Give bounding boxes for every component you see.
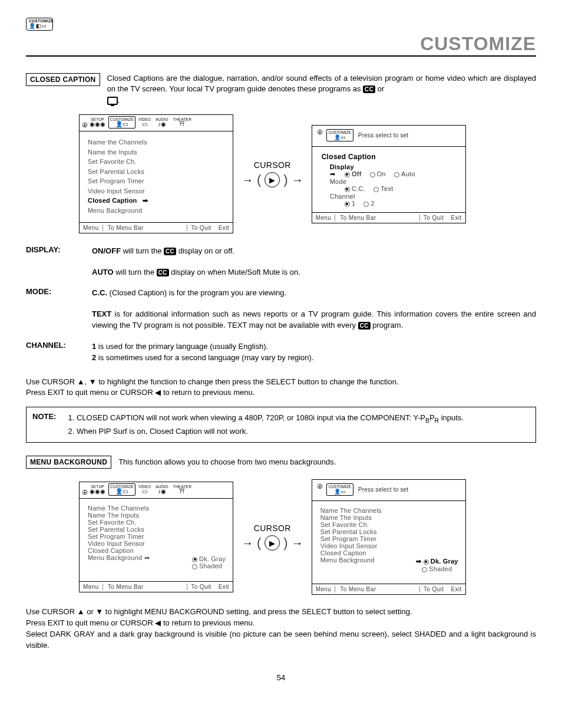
nav-dot-icon: ⦿ xyxy=(82,122,87,129)
menu-item[interactable]: Set Parental Locks xyxy=(88,167,224,177)
cc-intro-text-b: or xyxy=(378,84,385,93)
cc-intro-text-c: . xyxy=(118,95,120,104)
menu-item[interactable]: Set Program Timer xyxy=(88,176,224,186)
menu-item[interactable]: Set Favorite Ch. xyxy=(88,157,224,167)
menu-item[interactable]: Name the Channels xyxy=(88,137,224,147)
cc-icon: CC xyxy=(164,248,176,255)
nav-dot-icon: ⦿ xyxy=(82,489,87,496)
footer-exit[interactable]: Exit xyxy=(215,584,229,590)
footer-to-menu-bar: To Menu Bar xyxy=(335,586,419,592)
tab-theater[interactable]: THEATER⛩ xyxy=(171,483,193,496)
footer-menu[interactable]: Menu xyxy=(316,215,336,221)
footer-menu[interactable]: Menu xyxy=(83,225,103,231)
menu-panel-body: Name the Channels Name the Inputs Set Fa… xyxy=(80,131,233,222)
menu-item[interactable]: Name the Inputs xyxy=(88,147,224,157)
tab-setup[interactable]: SETUP◉◉◉ xyxy=(88,116,107,129)
menu-item[interactable]: Video Input Sensor xyxy=(88,540,226,547)
def-mode-label: MODE: xyxy=(26,287,92,299)
footer-exit[interactable]: Exit xyxy=(447,215,461,221)
menu-item[interactable]: Name The Channels xyxy=(88,505,226,512)
arrow-right-icon: → xyxy=(292,173,303,187)
tab-setup[interactable]: SETUP◉◉◉ xyxy=(88,483,107,496)
footer-to-quit: To Quit xyxy=(187,225,214,231)
def-display-onoff: ON/OFF will turn the CC display on or of… xyxy=(92,245,536,257)
menu-panel-footer: Menu To Menu Bar To Quit Exit xyxy=(80,581,233,592)
cursor-indicator: CURSOR → ( ▶ ) → xyxy=(242,523,303,551)
option-dk-gray[interactable]: Dk. Gray xyxy=(192,555,226,562)
menu-item[interactable]: Set Favorite Ch. xyxy=(320,521,458,528)
menu-panel-footer: Menu To Menu Bar To Quit Exit xyxy=(312,584,465,594)
option-channel-2[interactable]: 2 xyxy=(363,200,374,207)
cursor-indicator: CURSOR → ( ▶ ) → xyxy=(242,160,303,187)
footer-to-quit: To Quit xyxy=(419,215,447,221)
option-auto[interactable]: Auto xyxy=(394,170,415,177)
footer-exit[interactable]: Exit xyxy=(215,225,229,231)
option-cc[interactable]: C.C. xyxy=(345,185,365,192)
menu-item[interactable]: Set Program Timer xyxy=(88,533,226,540)
menu-item[interactable]: Closed Caption xyxy=(88,547,226,554)
menu-item[interactable]: Menu Background xyxy=(88,206,224,216)
panel-header: ⦿ CUSTOMIZE👤▭ Press select to set xyxy=(312,480,465,501)
footer-to-quit: To Quit xyxy=(187,584,214,590)
cc-mode-options: ➡ C.C. Text xyxy=(322,185,456,193)
menu-item[interactable]: Closed Caption xyxy=(320,549,458,556)
cc-icon: CC xyxy=(358,322,371,330)
menu-item[interactable]: Set Favorite Ch. xyxy=(88,519,226,526)
menu-item[interactable]: Video Input Sensor xyxy=(88,186,224,196)
menu-item[interactable]: Set Parental Locks xyxy=(320,528,458,535)
footer-exit[interactable]: Exit xyxy=(447,586,461,592)
tab-customize[interactable]: CUSTOMIZE👤▭ xyxy=(326,483,353,496)
page-title: CUSTOMIZE xyxy=(26,33,536,57)
cc-display-label: Display xyxy=(322,163,456,170)
cc-intro-text-a: Closed Captions are the dialogue, narrat… xyxy=(107,74,536,94)
option-off[interactable]: Off xyxy=(345,170,362,177)
menu-panel-body: Name The Channels Name The Inputs Set Fa… xyxy=(312,501,465,584)
menu-item[interactable]: Name The Inputs xyxy=(88,512,226,519)
def-display-label: DISPLAY: xyxy=(26,245,92,257)
option-text[interactable]: Text xyxy=(373,185,393,192)
footer-to-menu-bar: To Menu Bar xyxy=(103,225,187,231)
cc-mode-label: Mode xyxy=(322,178,456,185)
menu-item[interactable]: Video Input Sensor xyxy=(320,542,458,549)
menu-item-selected[interactable]: Closed Caption ➡ xyxy=(88,196,224,206)
menu-item[interactable]: Set Parental Locks xyxy=(88,526,226,533)
tab-theater[interactable]: THEATER⛩ xyxy=(171,116,193,129)
menu-item[interactable]: Name The Inputs xyxy=(320,514,458,521)
tab-customize[interactable]: CUSTOMIZE👤▭ xyxy=(326,129,353,141)
footer-to-quit: To Quit xyxy=(419,586,447,592)
menu-background-panel: ⦿ CUSTOMIZE👤▭ Press select to set Name T… xyxy=(312,479,466,595)
option-on[interactable]: On xyxy=(370,170,386,177)
tab-customize[interactable]: CUSTOMIZE👤▭ xyxy=(108,483,135,496)
tab-audio[interactable]: AUDIO♪◉ xyxy=(154,116,170,129)
note-body: 1. CLOSED CAPTION will not work when vie… xyxy=(68,412,530,437)
closed-caption-heading: CLOSED CAPTION xyxy=(26,73,100,86)
panel-hint: Press select to set xyxy=(358,486,409,493)
instructions-cc: Use CURSOR ▲, ▼ to highlight the functio… xyxy=(26,377,536,399)
arrow-right-icon: → xyxy=(242,536,253,550)
def-channel-body: 1 is used for the primary language (usua… xyxy=(92,341,536,364)
pointer-icon: ➡ xyxy=(330,170,335,178)
header-badge: CUSTOMIZE 👤◧▭ xyxy=(26,18,53,31)
option-dk-gray[interactable]: ➡ Dk. Gray xyxy=(416,558,458,565)
tab-video[interactable]: VIDEO▭ xyxy=(137,116,153,129)
tab-video[interactable]: VIDEO▭ xyxy=(137,483,153,496)
tab-customize[interactable]: CUSTOMIZE👤▭ xyxy=(108,116,135,129)
menu-item[interactable]: Name The Channels xyxy=(320,507,458,514)
menu-background-intro: This function allows you to choose from … xyxy=(118,457,536,468)
cc-options-body: Closed Caption Display ➡ Off On Auto Mod… xyxy=(312,147,465,212)
cursor-label: CURSOR xyxy=(254,523,291,533)
option-shaded[interactable]: Shaded xyxy=(416,565,458,572)
option-shaded[interactable]: Shaded xyxy=(192,562,226,569)
footer-menu[interactable]: Menu xyxy=(83,584,103,590)
cc-channel-options: ➡ 1 2 xyxy=(322,200,456,207)
tab-audio[interactable]: AUDIO♪◉ xyxy=(154,483,170,496)
footer-menu[interactable]: Menu xyxy=(316,586,336,592)
tv-icon xyxy=(107,97,118,105)
closed-caption-intro: Closed Captions are the dialogue, narrat… xyxy=(107,73,536,107)
panel-hint: Press select to set xyxy=(358,132,409,139)
menu-item[interactable]: Set Program Timer xyxy=(320,535,458,542)
option-channel-1[interactable]: 1 xyxy=(345,200,355,207)
def-display-auto: AUTO will turn the CC display on when Mu… xyxy=(92,266,536,278)
page-number: 54 xyxy=(26,673,536,682)
footer-to-menu-bar: To Menu Bar xyxy=(335,215,419,221)
